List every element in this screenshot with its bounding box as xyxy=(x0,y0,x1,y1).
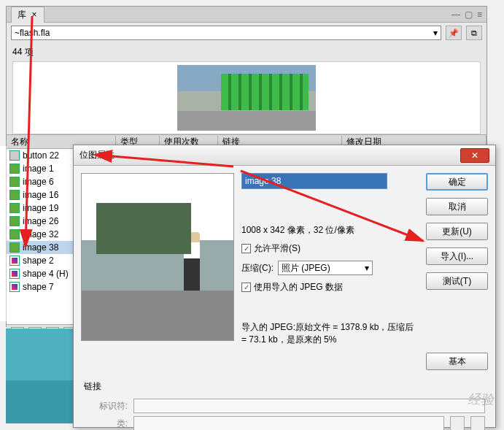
list-item-label: shape 7 xyxy=(23,282,54,292)
list-item-label: image 38 xyxy=(23,242,58,253)
test-button[interactable]: 测试(T) xyxy=(426,272,488,290)
library-tab-label: 库 xyxy=(18,9,26,21)
shape-icon xyxy=(9,269,20,279)
library-tab[interactable]: 库 × xyxy=(11,7,44,23)
shape-icon xyxy=(9,256,20,266)
chevron-down-icon: ▾ xyxy=(365,263,369,273)
list-item-label: image 19 xyxy=(23,203,58,213)
bitmap-name-value: image 38 xyxy=(245,176,281,186)
img-icon xyxy=(9,242,20,253)
update-button[interactable]: 更新(U) xyxy=(426,223,488,240)
link-heading: 链接 xyxy=(84,377,485,396)
library-file-row: ~flash.fla ▾ 📌 ⧉ xyxy=(7,23,486,43)
shape-icon xyxy=(9,282,20,292)
use-imported-row[interactable]: ✓ 使用导入的 JPEG 数据 xyxy=(241,281,419,293)
img-icon xyxy=(9,229,20,239)
edge-strip xyxy=(0,146,7,321)
compression-row: 压缩(C): 照片 (JPEG) ▾ xyxy=(241,261,419,275)
library-tabs: 库 × — ▢ ≡ xyxy=(7,7,486,23)
pin-button[interactable]: 📌 xyxy=(446,26,462,40)
import-button[interactable]: 导入(I)... xyxy=(426,247,488,265)
compression-value: 照片 (JPEG) xyxy=(282,262,330,274)
preview-person xyxy=(184,232,200,291)
cancel-button[interactable]: 取消 xyxy=(426,198,488,215)
collapse-icon[interactable]: ▢ xyxy=(465,9,473,20)
bitmap-properties-dialog: 位图属性 ✕ image 38 1008 x 342 像素，32 位/像素 ✓ … xyxy=(73,145,496,428)
dialog-fields: image 38 1008 x 342 像素，32 位/像素 ✓ 允许平滑(S)… xyxy=(241,173,419,370)
smoothing-row[interactable]: ✓ 允许平滑(S) xyxy=(241,242,419,255)
img-icon xyxy=(9,177,20,187)
class-row: 类: xyxy=(84,416,485,430)
identifier-row: 标识符: xyxy=(84,399,485,413)
list-item-label: image 6 xyxy=(23,177,54,187)
img-icon xyxy=(9,164,20,174)
list-item-label: shape 4 (H) xyxy=(23,269,69,279)
library-item-count: 44 项 xyxy=(7,43,486,61)
panel-window-controls: — ▢ ≡ xyxy=(451,9,482,20)
dialog-titlebar: 位图属性 ✕ xyxy=(74,145,495,166)
img-icon xyxy=(9,216,20,226)
dialog-preview-pane xyxy=(81,173,234,370)
dialog-title-text: 位图属性 xyxy=(80,149,115,161)
watermark: 经验 xyxy=(468,391,494,408)
compression-select[interactable]: 照片 (JPEG) ▾ xyxy=(278,261,373,275)
identifier-input[interactable] xyxy=(133,399,485,413)
list-item-label: image 16 xyxy=(23,190,58,200)
link-section: 链接 标识符: 类: 基类(B): xyxy=(74,377,495,430)
import-info: 导入的 JPEG:原始文件 = 1378.9 kb，压缩后 = 73.1 kb，… xyxy=(241,321,419,346)
class-edit-button[interactable] xyxy=(470,416,485,430)
list-item-label: image 1 xyxy=(23,164,54,174)
background-preview xyxy=(6,329,75,423)
menu-icon[interactable]: ≡ xyxy=(477,9,482,20)
class-label: 类: xyxy=(84,418,128,430)
class-input[interactable] xyxy=(133,416,444,430)
bitmap-name-input[interactable]: image 38 xyxy=(241,173,387,189)
library-preview-image xyxy=(177,65,316,131)
ok-button[interactable]: 确定 xyxy=(426,173,488,191)
img-icon xyxy=(9,190,20,200)
checkbox-icon: ✓ xyxy=(241,244,251,253)
chevron-down-icon: ▾ xyxy=(433,28,438,38)
library-preview xyxy=(12,61,481,134)
dialog-buttons: 确定 取消 更新(U) 导入(I)... 测试(T) 基本 xyxy=(426,173,488,370)
compression-label: 压缩(C): xyxy=(241,262,274,274)
library-file-select[interactable]: ~flash.fla ▾ xyxy=(11,26,441,40)
list-item-label: image 32 xyxy=(23,229,58,239)
dialog-body: image 38 1008 x 342 像素，32 位/像素 ✓ 允许平滑(S)… xyxy=(74,166,495,377)
close-button[interactable]: ✕ xyxy=(460,148,489,163)
basic-button[interactable]: 基本 xyxy=(426,353,488,370)
list-item-label: shape 2 xyxy=(23,256,54,266)
new-library-button[interactable]: ⧉ xyxy=(466,26,482,40)
bitmap-dimensions: 1008 x 342 像素，32 位/像素 xyxy=(241,224,419,237)
minimize-icon[interactable]: — xyxy=(451,9,460,20)
smoothing-label: 允许平滑(S) xyxy=(254,242,301,255)
class-browse-button[interactable] xyxy=(450,416,465,430)
img-icon xyxy=(9,203,20,213)
use-imported-label: 使用导入的 JPEG 数据 xyxy=(254,281,343,293)
library-file-name: ~flash.fla xyxy=(15,28,50,38)
btn-icon xyxy=(9,150,20,161)
bitmap-preview xyxy=(81,173,234,341)
close-icon[interactable]: × xyxy=(31,11,38,18)
identifier-label: 标识符: xyxy=(84,400,128,412)
list-item-label: image 26 xyxy=(23,216,58,226)
checkbox-icon: ✓ xyxy=(241,283,251,292)
list-item-label: button 22 xyxy=(23,150,59,161)
